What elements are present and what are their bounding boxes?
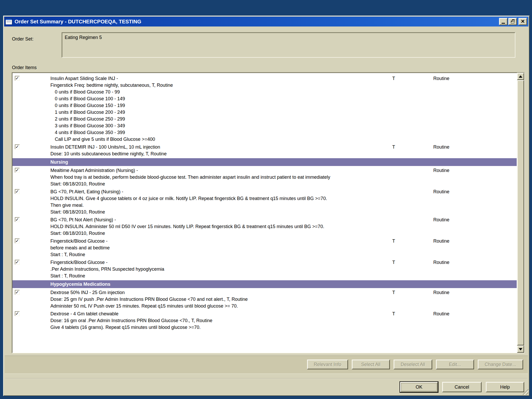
- start-time-column-value: T: [392, 238, 395, 244]
- close-icon: ×: [521, 18, 524, 24]
- window-icon: [5, 18, 12, 25]
- checkmark-icon: ✓: [15, 310, 19, 317]
- order-item-checkbox[interactable]: ✓: [15, 311, 20, 316]
- close-button[interactable]: ×: [518, 18, 527, 25]
- order-item-line: Dose: 25 gm IV push .Per Admin Instructi…: [50, 296, 517, 303]
- order-item-line: Call LIP and give 5 units if Blood Gluco…: [55, 136, 517, 143]
- order-item-line: HOLD INSULIN. Administer 50 ml D50 IV ov…: [50, 223, 517, 230]
- help-button[interactable]: Help: [486, 382, 524, 392]
- separator-groove: [5, 378, 527, 379]
- dialog-button-row: OKCancelHelp: [400, 382, 524, 392]
- order-item-checkbox[interactable]: ✓: [15, 144, 20, 149]
- minimize-button[interactable]: [499, 18, 508, 25]
- order-list-content: ✓Insulin Aspart Sliding Scale INJ -Finge…: [12, 73, 517, 353]
- start-time-column-value: T: [392, 75, 395, 82]
- order-item-checkbox[interactable]: ✓: [15, 76, 20, 81]
- order-set-label: Order Set:: [12, 36, 34, 42]
- order-item-line: Give 4 tablets (16 grams). Repeat q15 mi…: [50, 324, 517, 331]
- checkmark-icon: ✓: [15, 259, 19, 266]
- checkmark-icon: ✓: [15, 144, 19, 150]
- priority-column-value: Routine: [433, 167, 449, 174]
- order-item-row: ✓Fingerstick/Blood Glucose -.Per Admin I…: [12, 258, 517, 280]
- vertical-scrollbar[interactable]: [517, 73, 524, 353]
- scroll-down-arrow-icon: [519, 348, 522, 350]
- order-set-value: Eating Regimen 5: [62, 33, 515, 42]
- order-item-row: ✓Mealtime Aspart Administration (Nursing…: [12, 167, 517, 188]
- order-item-line: Then give meal.: [50, 202, 517, 209]
- section-header: Hypoglycemia Medications: [12, 280, 517, 288]
- order-item-line: .Per Admin Instructions, PRN Suspected h…: [50, 266, 517, 272]
- order-item-checkbox[interactable]: ✓: [15, 238, 20, 243]
- order-item-line: Start: 08/18/2010, Routine: [50, 181, 517, 187]
- order-item-line: before meals and at bedtime: [50, 244, 517, 251]
- checkmark-icon: ✓: [15, 188, 19, 195]
- restore-icon: [511, 21, 514, 23]
- priority-column-value: Routine: [433, 216, 449, 223]
- order-item-line: 0 units if Blood Glucose 70 - 99: [55, 89, 517, 95]
- order-item-checkbox[interactable]: ✓: [15, 217, 20, 222]
- order-item-row: ✓BG <70, Pt Alert, Eating (Nursing) -HOL…: [12, 188, 517, 216]
- scroll-up-button[interactable]: [517, 73, 524, 80]
- deselect-all-button[interactable]: Deselect All: [394, 360, 432, 369]
- order-item-line: Start : T, Routine: [50, 251, 517, 258]
- order-item-row: ✓Fingerstick/Blood Glucose -before meals…: [12, 237, 517, 258]
- ok-button[interactable]: OK: [400, 382, 438, 392]
- order-item-line: When food tray is at bedside, perform be…: [50, 174, 517, 181]
- priority-column-value: Routine: [433, 188, 449, 195]
- order-item-row: ✓Dextrose 50% INJ - 25 Gm injectionDose:…: [12, 289, 517, 310]
- order-item-line: Dose: 10 units subcutaneous bedtime nigh…: [50, 150, 517, 157]
- edit-button[interactable]: Edit...: [436, 360, 474, 369]
- scroll-up-arrow-icon: [519, 75, 522, 78]
- checkmark-icon: ✓: [15, 289, 19, 296]
- order-items-list: ✓Insulin Aspart Sliding Scale INJ -Finge…: [12, 72, 525, 353]
- order-item-row: ✓BG <70, Pt Not Alert (Nursing) -HOLD IN…: [12, 216, 517, 237]
- priority-column-value: Routine: [433, 238, 449, 244]
- order-items-label: Order Items: [12, 65, 37, 70]
- order-item-row: ✓Insulin Aspart Sliding Scale INJ -Finge…: [12, 75, 517, 143]
- checkmark-icon: ✓: [15, 238, 19, 244]
- order-item-line: Start: 08/18/2010, Routine: [50, 209, 517, 215]
- order-item-line: 3 units if Blood Glucose 300 - 349: [55, 122, 517, 129]
- cancel-button[interactable]: Cancel: [442, 382, 482, 392]
- order-item-line: 1 units if Blood Glucose 200 - 249: [55, 109, 517, 116]
- order-set-field[interactable]: Eating Regimen 5: [62, 32, 515, 58]
- start-time-column-value: T: [392, 310, 395, 317]
- order-item-line: 0 units if Blood Glucose 100 - 149: [55, 95, 517, 102]
- order-item-line: 4 units if Blood Glucose 350 - 399: [55, 129, 517, 136]
- priority-column-value: Routine: [433, 289, 449, 296]
- order-item-line: 0 units if Blood Glucose 150 - 199: [55, 102, 517, 109]
- order-item-line: Start : T, Routine: [50, 272, 517, 279]
- checkmark-icon: ✓: [15, 75, 19, 82]
- action-button-row: Relevant InfoSelect AllDeselect AllEdit.…: [307, 360, 523, 369]
- start-time-column-value: T: [392, 289, 395, 296]
- priority-column-value: Routine: [433, 144, 449, 150]
- order-set-summary-dialog: Order Set Summary - DUTCHERCPOEQA, TESTI…: [3, 16, 529, 396]
- order-item-checkbox[interactable]: ✓: [15, 260, 20, 265]
- priority-column-value: Routine: [433, 259, 449, 266]
- minimize-icon: [502, 23, 505, 24]
- select-all-button[interactable]: Select All: [352, 360, 390, 369]
- order-item-line: Fingerstick Freq: bedtime nightly, subcu…: [50, 82, 517, 89]
- order-item-line: Dose: 16 gm oral .Per Admin Instructions…: [50, 317, 517, 324]
- order-item-checkbox[interactable]: ✓: [15, 168, 20, 173]
- order-item-checkbox[interactable]: ✓: [15, 290, 20, 295]
- order-item-row: ✓Insulin DETEMIR INJ - 100 Units/mL, 10 …: [12, 143, 517, 158]
- order-item-line: 2 units if Blood Glucose 250 - 299: [55, 116, 517, 122]
- order-item-line: HOLD INSULIN. Give 4 glucose tablets or …: [50, 195, 517, 202]
- order-item-line: Start: 08/18/2010, Routine: [50, 230, 517, 237]
- restore-button[interactable]: [508, 18, 517, 25]
- relevant-info-button[interactable]: Relevant Info: [307, 360, 348, 369]
- checkmark-icon: ✓: [15, 167, 19, 174]
- desktop-background: Order Set Summary - DUTCHERCPOEQA, TESTI…: [0, 0, 532, 399]
- order-item-checkbox[interactable]: ✓: [15, 189, 20, 194]
- start-time-column-value: T: [392, 144, 395, 150]
- start-time-column-value: T: [392, 259, 395, 266]
- scrollbar-thumb[interactable]: [517, 80, 524, 345]
- scroll-down-button[interactable]: [517, 345, 524, 353]
- window-title: Order Set Summary - DUTCHERCPOEQA, TESTI…: [15, 19, 498, 25]
- priority-column-value: Routine: [433, 75, 449, 82]
- change-date-button[interactable]: Change Date...: [478, 360, 523, 369]
- title-bar[interactable]: Order Set Summary - DUTCHERCPOEQA, TESTI…: [4, 17, 528, 26]
- checkmark-icon: ✓: [15, 216, 19, 223]
- order-item-line: Administer 50 mL IV Push over 15 minutes…: [50, 303, 517, 309]
